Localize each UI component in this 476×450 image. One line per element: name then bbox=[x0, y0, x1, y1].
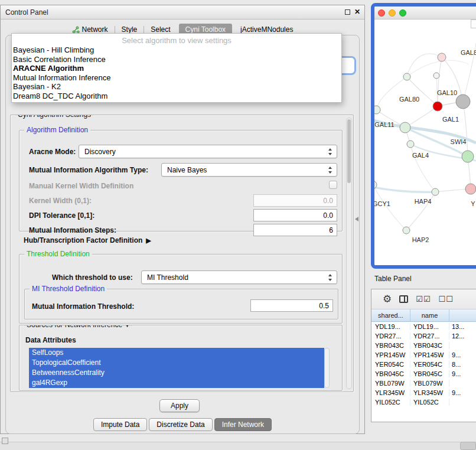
aracne-mode-combo[interactable]: Discovery bbox=[79, 145, 337, 158]
which-threshold-label: Which threshold to use: bbox=[52, 273, 133, 282]
network-node[interactable] bbox=[462, 151, 474, 162]
network-node[interactable] bbox=[432, 188, 439, 195]
table-row[interactable]: YDR27... YDR27... 12... bbox=[371, 331, 476, 341]
control-panel-window: Control Panel ✕ Network Style Select Cyn… bbox=[0, 5, 365, 434]
mi-steps-field[interactable] bbox=[253, 224, 337, 236]
attribute-list-scrollbar[interactable] bbox=[324, 348, 330, 388]
close-traffic-light[interactable] bbox=[378, 9, 385, 17]
dropdown-item-bayesian-hill[interactable]: Bayesian - Hill Climbing bbox=[12, 45, 341, 55]
settings-scrollbar[interactable] bbox=[346, 118, 352, 389]
hub-definition-toggle[interactable]: Hub/Transcription Factor Definition ▶ bbox=[24, 236, 151, 244]
column-header-shared[interactable]: shared... bbox=[371, 309, 410, 321]
network-edge bbox=[438, 57, 442, 106]
cell: YBL079W bbox=[371, 380, 410, 387]
dropdown-item-aracne[interactable]: ARACNE Algorithm bbox=[12, 64, 341, 73]
attribute-item-selected[interactable]: TopologicalCoefficient bbox=[29, 358, 324, 368]
table-row[interactable]: YBR043C YBR043C bbox=[371, 341, 476, 350]
checked-boxes-icon[interactable]: ☑☑ bbox=[416, 295, 431, 304]
dropdown-placeholder: Select algorithm to view settings bbox=[12, 35, 341, 45]
sources-toggle[interactable]: Sources for Network Inference ▼ bbox=[24, 325, 132, 330]
table-row[interactable]: YDL19... YDL19... 13... bbox=[371, 322, 476, 331]
network-node[interactable] bbox=[374, 106, 380, 114]
network-node[interactable] bbox=[438, 53, 446, 61]
sources-title: Sources for Network Inference bbox=[27, 325, 122, 329]
table-row[interactable]: YPR145W YPR145W 9... bbox=[371, 350, 476, 360]
network-node[interactable] bbox=[403, 227, 410, 234]
columns-icon[interactable] bbox=[399, 295, 408, 303]
cell: YIL052C bbox=[371, 399, 410, 406]
tab-label: Cyni Toolbox bbox=[185, 25, 226, 34]
network-canvas[interactable]: GAL8GAL80GAL10GAL11GAL1SWI4GAL4GCY1HAP4H… bbox=[374, 19, 476, 265]
cell: YPR145W bbox=[371, 351, 410, 358]
section-title: Threshold Definition bbox=[24, 250, 92, 258]
network-node[interactable] bbox=[407, 141, 414, 148]
expand-right-arrow-icon: ▶ bbox=[146, 237, 151, 244]
network-edge bbox=[405, 106, 438, 128]
data-attributes-list: SelfLoops TopologicalCoefficient Between… bbox=[29, 348, 324, 388]
dropdown-item-mutual-information[interactable]: Mutual Information Inference bbox=[12, 73, 341, 83]
unchecked-boxes-icon[interactable]: ☐☐ bbox=[439, 295, 454, 304]
attribute-item-selected[interactable]: gal4RGexp bbox=[29, 378, 324, 388]
minimize-traffic-light[interactable] bbox=[389, 9, 396, 17]
network-window-titlebar[interactable] bbox=[374, 6, 476, 19]
network-node[interactable] bbox=[465, 184, 476, 194]
mi-algorithm-type-combo[interactable]: Naive Bayes bbox=[161, 163, 337, 177]
collapsed-panel-icon[interactable] bbox=[2, 438, 8, 444]
manual-kernel-checkbox[interactable] bbox=[329, 181, 337, 189]
network-node[interactable] bbox=[433, 102, 442, 111]
kernel-width-label: Kernel Width (0,1): bbox=[29, 197, 92, 205]
column-header-partial[interactable] bbox=[449, 309, 476, 321]
zoom-traffic-light[interactable] bbox=[399, 9, 406, 17]
network-node-label: Y bbox=[471, 200, 475, 207]
network-node[interactable] bbox=[403, 73, 410, 80]
combo-arrows-icon bbox=[328, 167, 332, 174]
tab-impute-data[interactable]: Impute Data bbox=[93, 418, 147, 431]
network-node-label: HAP2 bbox=[412, 236, 429, 243]
apply-button[interactable]: Apply bbox=[159, 399, 200, 412]
attribute-item-selected[interactable]: BetweennessCentrality bbox=[29, 368, 324, 378]
mi-threshold-definition-group: MI Threshold Definition Mutual Informati… bbox=[24, 289, 338, 319]
tab-discretize-data[interactable]: Discretize Data bbox=[149, 418, 212, 431]
close-icon[interactable]: ✕ bbox=[354, 8, 360, 16]
dropdown-item-bayesian-k2[interactable]: Bayesian - K2 bbox=[12, 82, 341, 92]
gear-icon[interactable]: ⚙ bbox=[383, 293, 392, 305]
column-header-name[interactable]: name bbox=[410, 309, 449, 321]
network-scrollbar-button[interactable] bbox=[471, 19, 476, 28]
cell: YPR145W bbox=[410, 351, 449, 358]
which-threshold-combo[interactable]: MI Threshold bbox=[141, 270, 337, 284]
network-edge bbox=[463, 102, 468, 156]
network-node-label: GAL80 bbox=[399, 96, 419, 103]
table-row[interactable]: YER054C YER054C 8... bbox=[371, 360, 476, 369]
cell: 9... bbox=[449, 370, 476, 377]
network-node[interactable] bbox=[400, 122, 410, 133]
dropdown-item-dream8[interactable]: Dream8 DC_TDC Algorithm bbox=[12, 92, 341, 101]
network-view-window: GAL8GAL80GAL10GAL11GAL1SWI4GAL4GCY1HAP4H… bbox=[371, 3, 476, 269]
section-title: MI Threshold Definition bbox=[30, 285, 107, 293]
scrollbar-corner bbox=[460, 442, 476, 450]
cell: 12... bbox=[449, 332, 476, 340]
kernel-width-field[interactable] bbox=[253, 194, 337, 207]
mi-threshold-field[interactable] bbox=[250, 299, 333, 312]
network-edge bbox=[374, 187, 435, 192]
cell: YBR045C bbox=[410, 370, 449, 377]
dropdown-item-basic-correlation[interactable]: Basic Correlation Inference bbox=[12, 55, 341, 64]
table-row[interactable]: YLR345W YLR345W 9... bbox=[371, 388, 476, 397]
cell: YDL19... bbox=[410, 323, 449, 330]
network-node[interactable] bbox=[456, 94, 470, 109]
scrollbar-thumb[interactable] bbox=[347, 119, 351, 183]
dpi-tolerance-field[interactable] bbox=[253, 209, 337, 221]
tab-infer-network[interactable]: Infer Network bbox=[214, 418, 272, 431]
network-node-label: GAL4 bbox=[412, 152, 429, 159]
combo-value: Discovery bbox=[84, 148, 116, 156]
panel-collapse-arrow[interactable] bbox=[355, 217, 358, 221]
network-node[interactable] bbox=[433, 73, 439, 79]
network-node-label: GAL8 bbox=[461, 49, 476, 56]
attribute-item-selected[interactable]: SelfLoops bbox=[29, 348, 324, 358]
network-node-label: GAL1 bbox=[442, 116, 459, 123]
combo-arrows-icon bbox=[328, 148, 332, 155]
tab-label: Select bbox=[151, 25, 170, 34]
table-row[interactable]: YBR045C YBR045C 9... bbox=[371, 369, 476, 379]
float-window-icon[interactable] bbox=[345, 9, 350, 15]
table-row[interactable]: YBL079W YBL079W bbox=[371, 379, 476, 388]
table-row[interactable]: YIL052C YIL052C bbox=[371, 397, 476, 407]
